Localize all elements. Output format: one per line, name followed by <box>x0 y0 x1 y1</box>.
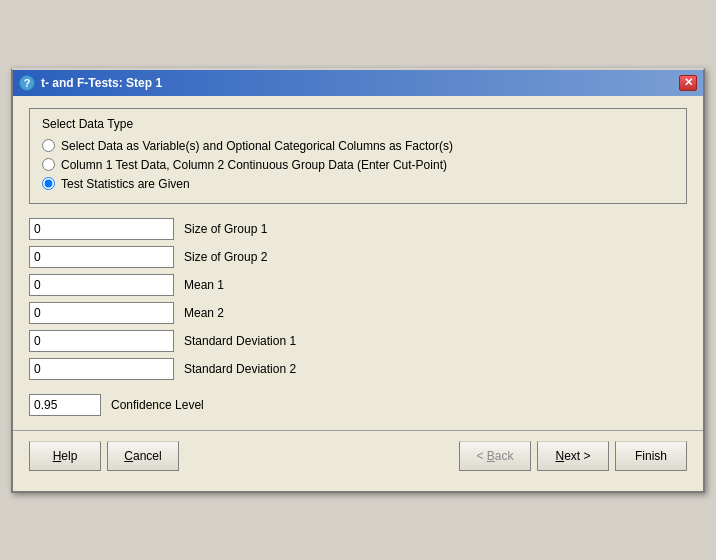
finish-button[interactable]: Finish <box>615 441 687 471</box>
title-bar-left: ? t- and F-Tests: Step 1 <box>19 75 162 91</box>
field-row-sd2: Standard Deviation 2 <box>29 358 687 380</box>
divider <box>13 430 703 431</box>
group1-size-input[interactable] <box>29 218 174 240</box>
dialog-icon: ? <box>19 75 35 91</box>
field-row-group1-size: Size of Group 1 <box>29 218 687 240</box>
sd1-label: Standard Deviation 1 <box>184 334 296 348</box>
radio-label-2[interactable]: Column 1 Test Data, Column 2 Continuous … <box>61 158 447 172</box>
group-box-legend: Select Data Type <box>42 117 674 131</box>
mean2-label: Mean 2 <box>184 306 224 320</box>
radio-label-3[interactable]: Test Statistics are Given <box>61 177 190 191</box>
mean2-input[interactable] <box>29 302 174 324</box>
help-button[interactable]: Help <box>29 441 101 471</box>
title-bar: ? t- and F-Tests: Step 1 ✕ <box>13 70 703 96</box>
confidence-row: Confidence Level <box>29 394 687 416</box>
radio-row-1: Select Data as Variable(s) and Optional … <box>42 139 674 153</box>
close-button[interactable]: ✕ <box>679 75 697 91</box>
radio-row-2: Column 1 Test Data, Column 2 Continuous … <box>42 158 674 172</box>
mean1-label: Mean 1 <box>184 278 224 292</box>
fields-section: Size of Group 1 Size of Group 2 Mean 1 M… <box>29 218 687 380</box>
mean1-input[interactable] <box>29 274 174 296</box>
field-row-group2-size: Size of Group 2 <box>29 246 687 268</box>
radio-option-1[interactable] <box>42 139 55 152</box>
confidence-level-input[interactable] <box>29 394 101 416</box>
radio-row-3: Test Statistics are Given <box>42 177 674 191</box>
cancel-button[interactable]: Cancel <box>107 441 179 471</box>
next-button[interactable]: Next > <box>537 441 609 471</box>
dialog-window: ? t- and F-Tests: Step 1 ✕ Select Data T… <box>11 68 705 493</box>
window-title: t- and F-Tests: Step 1 <box>41 76 162 90</box>
radio-option-3[interactable] <box>42 177 55 190</box>
select-data-type-group: Select Data Type Select Data as Variable… <box>29 108 687 204</box>
back-button[interactable]: < Back <box>459 441 531 471</box>
group2-size-label: Size of Group 2 <box>184 250 267 264</box>
sd2-input[interactable] <box>29 358 174 380</box>
confidence-level-label: Confidence Level <box>111 398 204 412</box>
group2-size-input[interactable] <box>29 246 174 268</box>
field-row-sd1: Standard Deviation 1 <box>29 330 687 352</box>
group1-size-label: Size of Group 1 <box>184 222 267 236</box>
radio-label-1[interactable]: Select Data as Variable(s) and Optional … <box>61 139 453 153</box>
sd2-label: Standard Deviation 2 <box>184 362 296 376</box>
field-row-mean1: Mean 1 <box>29 274 687 296</box>
radio-option-2[interactable] <box>42 158 55 171</box>
field-row-mean2: Mean 2 <box>29 302 687 324</box>
sd1-input[interactable] <box>29 330 174 352</box>
button-row: Help Cancel < Back Next > Finish <box>29 441 687 479</box>
dialog-content: Select Data Type Select Data as Variable… <box>13 96 703 491</box>
